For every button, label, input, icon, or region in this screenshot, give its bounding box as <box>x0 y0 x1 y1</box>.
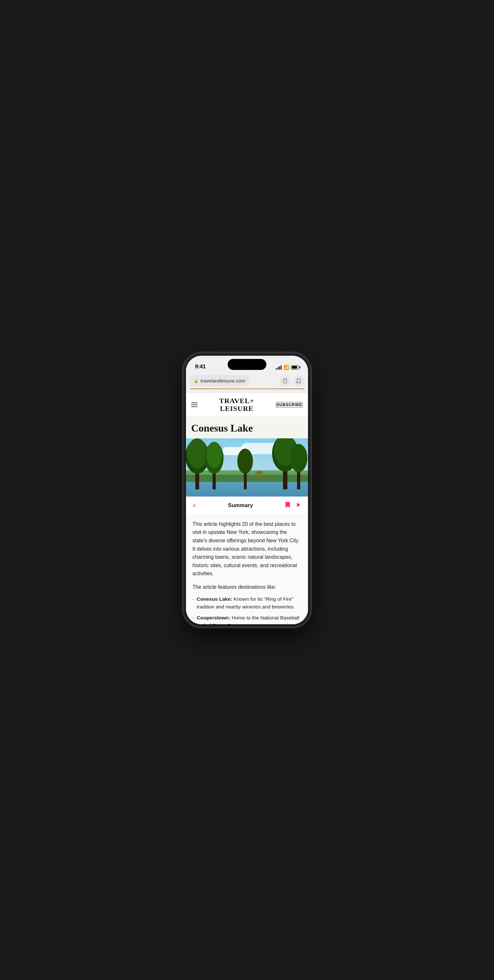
url-bar[interactable]: 🔒 travelandleisure.com <box>190 375 249 387</box>
bookmark-icon[interactable] <box>285 501 291 510</box>
signal-bar-3 <box>279 366 280 370</box>
dest-name-1: Conesus Lake: <box>197 596 232 602</box>
bookmark-browser-button[interactable] <box>293 375 304 387</box>
screen: 9:41 📶 🔒 travelandleisure.com <box>186 356 308 624</box>
summary-header: × Summary <box>186 497 308 515</box>
svg-point-14 <box>237 449 253 474</box>
summary-intro-text: This article highlights 20 of the best p… <box>193 520 301 578</box>
trees-svg <box>186 438 308 496</box>
svg-point-7 <box>206 442 222 468</box>
summary-panel: × Summary <box>186 496 308 624</box>
site-header: TRAVEL+ LEISURE SUBSCRIBE <box>186 393 308 417</box>
dest-name-2: Cooperstown: <box>197 615 230 620</box>
browser-actions <box>280 375 304 387</box>
destinations-intro-text: The article features destinations like: <box>193 583 301 591</box>
status-icons: 📶 <box>276 365 299 370</box>
svg-marker-16 <box>255 470 263 474</box>
phone-frame: 9:41 📶 🔒 travelandleisure.com <box>184 354 310 626</box>
hamburger-line-1 <box>191 402 198 403</box>
article-image <box>186 438 308 496</box>
hamburger-line-3 <box>191 406 198 407</box>
close-button[interactable]: × <box>193 502 196 509</box>
destination-item-1: · Conesus Lake: Known for its "Ring of F… <box>193 595 301 611</box>
svg-rect-15 <box>258 474 263 477</box>
battery-fill <box>292 366 297 369</box>
signal-bar-1 <box>276 368 277 370</box>
bullet-2: · <box>193 614 194 624</box>
svg-point-4 <box>187 438 207 468</box>
logo-line2: LEISURE <box>219 405 254 412</box>
bullet-1: · <box>193 595 194 611</box>
svg-point-12 <box>290 444 308 472</box>
dest-text-2: Cooperstown: Home to the National Baseba… <box>197 614 301 624</box>
summary-content[interactable]: This article highlights 20 of the best p… <box>186 515 308 624</box>
subscribe-button[interactable]: SUBSCRIBE <box>276 402 303 408</box>
battery-icon <box>291 365 299 370</box>
content-area: Conesus Lake <box>186 417 308 624</box>
signal-icon <box>276 365 282 370</box>
gradient-bar <box>190 388 304 389</box>
signal-bar-2 <box>277 368 278 370</box>
lock-icon: 🔒 <box>194 379 199 383</box>
dest-text-1: Conesus Lake: Known for its "Ring of Fir… <box>197 595 301 611</box>
hamburger-menu[interactable] <box>191 402 198 407</box>
summary-actions <box>285 501 301 510</box>
browser-chrome: 🔒 travelandleisure.com <box>186 372 308 393</box>
site-logo[interactable]: TRAVEL+ LEISURE <box>219 397 254 412</box>
destination-item-2: · Cooperstown: Home to the National Base… <box>193 614 301 624</box>
wifi-icon: 📶 <box>284 365 289 370</box>
svg-rect-0 <box>284 379 287 383</box>
svg-marker-17 <box>297 503 301 507</box>
play-icon[interactable] <box>296 502 301 509</box>
share-button[interactable] <box>280 375 291 387</box>
hamburger-line-2 <box>191 404 198 405</box>
summary-title-text: Summary <box>228 502 253 509</box>
dynamic-island <box>228 359 266 370</box>
article-title: Conesus Lake <box>186 417 308 438</box>
status-bar: 9:41 📶 <box>186 356 308 372</box>
status-time: 9:41 <box>195 363 206 370</box>
signal-bar-4 <box>280 365 282 370</box>
logo-line1: TRAVEL+ <box>219 397 254 405</box>
url-text: travelandleisure.com <box>201 378 245 383</box>
